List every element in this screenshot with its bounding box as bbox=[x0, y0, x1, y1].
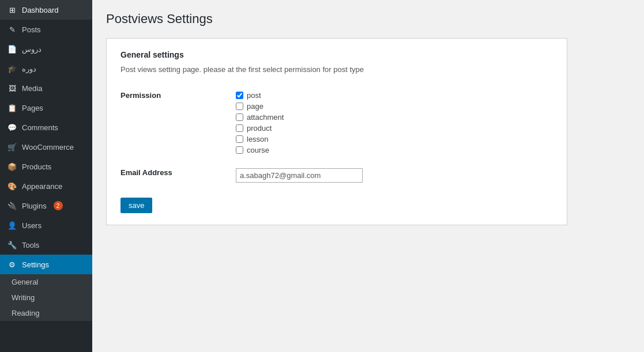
sidebar-item-label: Tools bbox=[22, 241, 39, 249]
checkbox-lesson[interactable] bbox=[236, 135, 243, 143]
sidebar-item-woocommerce[interactable]: 🛒 WooCommerce bbox=[0, 137, 92, 157]
settings-submenu: General Writing Reading bbox=[0, 274, 92, 321]
sidebar-item-plugins[interactable]: 🔌 Plugins 2 bbox=[0, 196, 92, 215]
users-icon: 👤 bbox=[7, 220, 17, 230]
sidebar-item-pages[interactable]: 📋 Pages bbox=[0, 98, 92, 118]
settings-icon: ⚙ bbox=[7, 259, 17, 270]
checkbox-course[interactable] bbox=[236, 146, 243, 154]
sidebar-item-label: دروس bbox=[22, 45, 42, 54]
dowre-icon: 🎓 bbox=[7, 63, 17, 74]
checkbox-post[interactable] bbox=[236, 92, 243, 99]
sidebar-item-label: Appearance bbox=[22, 182, 62, 191]
permission-product: product bbox=[236, 124, 553, 133]
label-post: post bbox=[247, 91, 261, 100]
dashboard-icon: ⊞ bbox=[7, 5, 17, 15]
save-button[interactable]: save bbox=[120, 198, 152, 213]
sidebar-item-label: Users bbox=[22, 221, 42, 230]
sidebar-item-settings[interactable]: ⚙ Settings bbox=[0, 255, 92, 274]
permission-lesson: lesson bbox=[236, 135, 553, 143]
section-desc: Post views setting page. please at the f… bbox=[120, 65, 553, 74]
sidebar-item-label: دوره bbox=[22, 65, 36, 73]
media-icon: 🖼 bbox=[7, 83, 17, 93]
sidebar-item-dashboard[interactable]: ⊞ Dashboard bbox=[0, 0, 92, 20]
label-page: page bbox=[247, 102, 263, 111]
permission-row: Permission post page attachment bbox=[120, 85, 553, 162]
email-label: Email Address bbox=[120, 162, 236, 188]
sidebar-item-label: Comments bbox=[22, 123, 58, 132]
sidebar-item-products[interactable]: 📦 Products bbox=[0, 157, 92, 176]
sidebar-item-media[interactable]: 🖼 Media bbox=[0, 78, 92, 98]
label-course: course bbox=[247, 146, 269, 154]
sidebar-item-label: Media bbox=[22, 84, 42, 93]
settings-box: General settings Post views setting page… bbox=[106, 38, 567, 225]
permission-course: course bbox=[236, 146, 553, 154]
submenu-item-general[interactable]: General bbox=[0, 274, 92, 290]
permission-page: page bbox=[236, 102, 553, 111]
sidebar-item-dowre[interactable]: 🎓 دوره bbox=[0, 59, 92, 78]
email-input[interactable] bbox=[236, 168, 363, 183]
sidebar-item-tools[interactable]: 🔧 Tools bbox=[0, 235, 92, 255]
products-icon: 📦 bbox=[7, 161, 17, 172]
woocommerce-icon: 🛒 bbox=[7, 142, 17, 152]
plugins-icon: 🔌 bbox=[7, 200, 17, 211]
email-row: Email Address bbox=[120, 162, 553, 188]
pages-icon: 📋 bbox=[7, 103, 17, 113]
sidebar-item-appearance[interactable]: 🎨 Appearance bbox=[0, 176, 92, 196]
page-title: Postviews Settings bbox=[106, 12, 630, 27]
checkbox-page[interactable] bbox=[236, 103, 243, 110]
submenu-item-writing[interactable]: Writing bbox=[0, 290, 92, 305]
sidebar-item-comments[interactable]: 💬 Comments bbox=[0, 118, 92, 137]
section-title: General settings bbox=[120, 50, 553, 59]
label-attachment: attachment bbox=[247, 113, 284, 122]
label-lesson: lesson bbox=[247, 135, 269, 143]
comments-icon: 💬 bbox=[7, 122, 17, 133]
label-product: product bbox=[247, 124, 272, 133]
submenu-item-reading[interactable]: Reading bbox=[0, 305, 92, 321]
posts-icon: ✎ bbox=[7, 24, 17, 35]
permission-post: post bbox=[236, 91, 553, 100]
permission-label: Permission bbox=[120, 85, 236, 162]
checkbox-attachment[interactable] bbox=[236, 113, 243, 121]
sidebar-item-label: Plugins bbox=[22, 202, 47, 210]
sidebar-item-label: Products bbox=[22, 162, 51, 171]
sidebar: ⊞ Dashboard ✎ Posts 📄 دروس 🎓 دوره 🖼 Medi… bbox=[0, 0, 92, 352]
sidebar-item-label: Dashboard bbox=[22, 6, 59, 14]
main-content: Postviews Settings General settings Post… bbox=[92, 0, 644, 352]
tools-icon: 🔧 bbox=[7, 240, 17, 250]
sidebar-item-users[interactable]: 👤 Users bbox=[0, 215, 92, 235]
sidebar-item-label: Posts bbox=[22, 25, 41, 34]
sidebar-item-label: WooCommerce bbox=[22, 143, 74, 152]
sidebar-item-label: Settings bbox=[22, 260, 49, 269]
sidebar-item-posts[interactable]: ✎ Posts bbox=[0, 20, 92, 39]
checkbox-product[interactable] bbox=[236, 124, 243, 132]
permission-attachment: attachment bbox=[236, 113, 553, 122]
doros-icon: 📄 bbox=[7, 44, 17, 54]
plugins-badge: 2 bbox=[54, 201, 63, 210]
permission-checkboxes: post page attachment product bbox=[236, 85, 553, 162]
form-table: Permission post page attachment bbox=[120, 85, 553, 188]
sidebar-item-doros[interactable]: 📄 دروس bbox=[0, 39, 92, 59]
appearance-icon: 🎨 bbox=[7, 181, 17, 191]
email-cell bbox=[236, 162, 553, 188]
sidebar-item-label: Pages bbox=[22, 104, 43, 112]
